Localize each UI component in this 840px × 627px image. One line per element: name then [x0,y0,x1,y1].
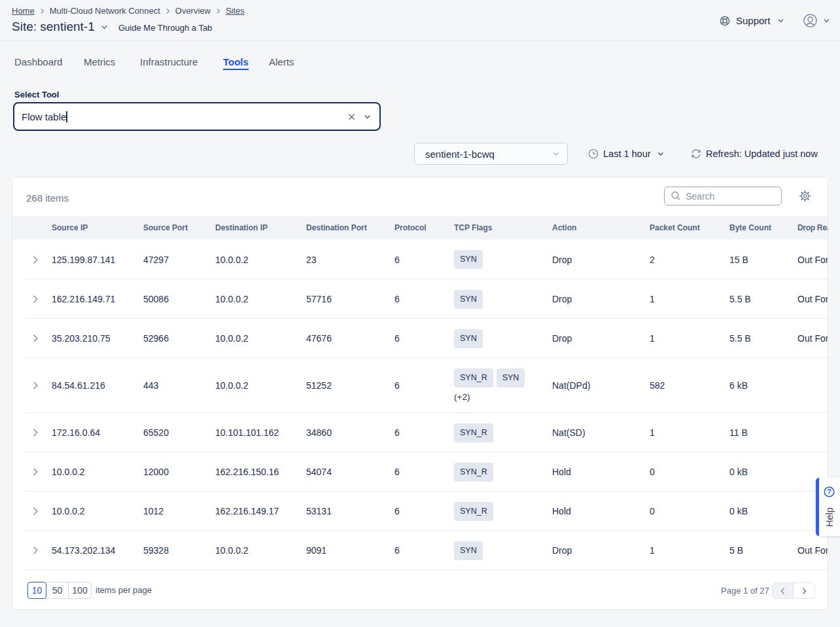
svg-text:?: ? [827,488,831,495]
